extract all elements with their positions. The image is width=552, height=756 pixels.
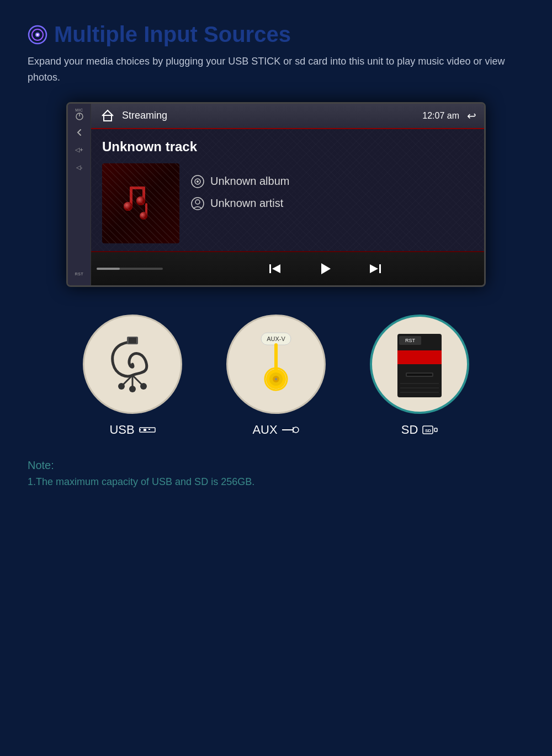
svg-rect-54 bbox=[407, 374, 432, 376]
progress-fill bbox=[97, 268, 120, 270]
mic-label: MIC bbox=[75, 108, 83, 112]
svg-point-44 bbox=[275, 378, 277, 380]
svg-point-3 bbox=[36, 34, 39, 36]
album-label: Unknown album bbox=[210, 175, 289, 188]
svg-rect-6 bbox=[104, 115, 112, 121]
sd-circle: RST bbox=[370, 315, 469, 414]
header-subtitle: Expand your media choices by plugging yo… bbox=[28, 54, 524, 86]
volume-up-button[interactable]: ◁+ bbox=[70, 142, 89, 158]
svg-text:SD: SD bbox=[425, 428, 431, 433]
rst-label: RST bbox=[75, 272, 84, 276]
vol-up-label: ◁+ bbox=[75, 146, 83, 153]
album-icon bbox=[190, 174, 205, 189]
svg-text:AUX-V: AUX-V bbox=[267, 336, 285, 342]
track-title: Unknown track bbox=[102, 139, 473, 155]
topbar-source-label: Streaming bbox=[122, 110, 422, 121]
svg-rect-35 bbox=[144, 429, 146, 431]
usb-item: USB bbox=[83, 315, 182, 437]
svg-point-20 bbox=[195, 200, 200, 204]
volume-down-button[interactable]: ◁- bbox=[70, 160, 89, 175]
artist-label: Unknown artist bbox=[210, 197, 283, 210]
usb-circle bbox=[83, 315, 182, 414]
svg-rect-24 bbox=[379, 264, 381, 273]
car-unit: MIC ◁+ ◁- RST bbox=[66, 102, 486, 287]
svg-marker-25 bbox=[370, 264, 378, 273]
next-button[interactable] bbox=[367, 260, 383, 277]
car-unit-screen: Streaming 12:07 am ↩ Unknown track bbox=[91, 104, 484, 285]
next-icon bbox=[367, 260, 383, 277]
cd-icon bbox=[28, 25, 47, 45]
svg-line-33 bbox=[132, 375, 144, 386]
svg-rect-50 bbox=[397, 350, 442, 364]
topbar-time: 12:07 am bbox=[422, 111, 459, 121]
svg-rect-34 bbox=[140, 428, 155, 432]
svg-point-18 bbox=[197, 180, 199, 183]
aux-item: AUX-V AUX bbox=[226, 315, 326, 437]
playback-controls bbox=[172, 260, 479, 277]
album-row: Unknown album bbox=[190, 174, 289, 189]
notes-title: Note: bbox=[28, 459, 524, 472]
sd-icon: SD bbox=[422, 424, 438, 436]
car-unit-wrapper: MIC ◁+ ◁- RST bbox=[28, 102, 524, 287]
notes-item-1: 1.The maximum capacity of USB and SD is … bbox=[28, 476, 524, 488]
home-button[interactable] bbox=[99, 107, 116, 125]
back-icon bbox=[75, 128, 84, 137]
aux-cable-image: AUX-V bbox=[246, 328, 306, 400]
screen-controls bbox=[91, 251, 484, 285]
svg-point-15 bbox=[140, 212, 147, 220]
aux-icon bbox=[282, 425, 300, 435]
album-art bbox=[102, 163, 179, 243]
aux-circle: AUX-V bbox=[226, 315, 326, 414]
home-icon bbox=[100, 108, 115, 124]
svg-marker-23 bbox=[321, 263, 331, 274]
usb-icon bbox=[139, 425, 156, 435]
mic-button[interactable]: MIC bbox=[70, 107, 89, 123]
usb-cable-image bbox=[99, 331, 166, 397]
back-button[interactable] bbox=[70, 125, 89, 140]
track-meta: Unknown album Unknown artist bbox=[190, 163, 289, 211]
power-icon bbox=[75, 112, 84, 121]
accessories-section: USB AUX-V bbox=[28, 315, 524, 437]
sd-device-image: RST bbox=[378, 323, 461, 406]
notes-section: Note: 1.The maximum capacity of USB and … bbox=[28, 459, 524, 488]
prev-button[interactable] bbox=[267, 260, 284, 277]
prev-icon bbox=[267, 260, 284, 277]
rst-button[interactable]: RST bbox=[70, 267, 89, 282]
svg-text:RST: RST bbox=[405, 338, 416, 343]
svg-rect-27 bbox=[129, 338, 136, 343]
svg-rect-21 bbox=[269, 264, 271, 273]
svg-rect-60 bbox=[434, 428, 437, 432]
usb-label: USB bbox=[109, 423, 155, 437]
sd-label: SD SD bbox=[401, 423, 438, 437]
aux-label: AUX bbox=[252, 423, 299, 437]
topbar-back-button[interactable]: ↩ bbox=[467, 109, 476, 123]
vol-down-label: ◁- bbox=[76, 164, 83, 171]
play-icon bbox=[317, 260, 333, 277]
track-info-row: Unknown album Unknown artist bbox=[102, 163, 473, 243]
header-section: Multiple Input Sources bbox=[28, 22, 524, 47]
artist-row: Unknown artist bbox=[190, 196, 289, 211]
svg-marker-22 bbox=[272, 264, 280, 273]
play-button[interactable] bbox=[317, 260, 333, 277]
car-unit-sidebar: MIC ◁+ ◁- RST bbox=[68, 104, 91, 285]
progress-bar bbox=[97, 268, 163, 270]
svg-point-13 bbox=[136, 196, 145, 205]
svg-point-47 bbox=[293, 427, 299, 433]
page-title: Multiple Input Sources bbox=[54, 22, 291, 47]
sd-item: RST SD SD bbox=[370, 315, 469, 437]
svg-point-12 bbox=[124, 202, 132, 211]
svg-rect-36 bbox=[148, 429, 150, 430]
screen-topbar: Streaming 12:07 am ↩ bbox=[91, 104, 484, 129]
music-note-icon bbox=[113, 175, 168, 231]
screen-content: Unknown track bbox=[91, 129, 484, 251]
artist-icon bbox=[190, 196, 205, 211]
